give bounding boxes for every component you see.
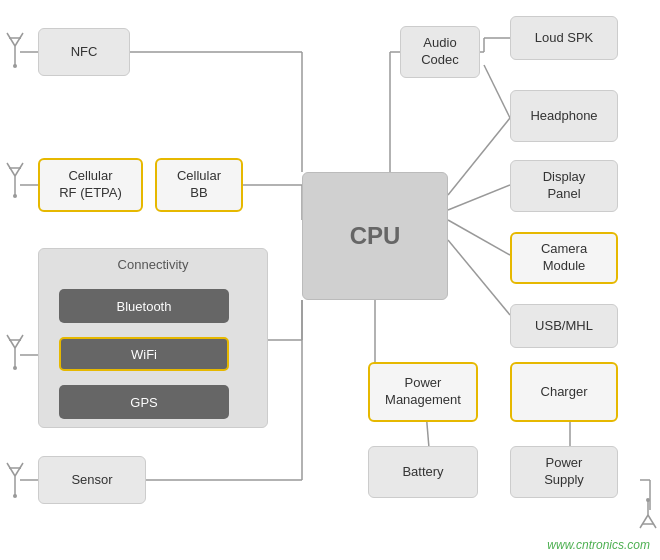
watermark: www.cntronics.com (547, 538, 650, 552)
svg-point-49 (13, 494, 17, 498)
antenna-sensor (5, 458, 25, 498)
battery-box: Battery (368, 446, 478, 498)
antenna-nfc (5, 28, 25, 68)
bluetooth-box: Bluetooth (59, 289, 229, 323)
svg-line-31 (7, 33, 15, 46)
audio-codec-box: AudioCodec (400, 26, 480, 78)
svg-line-46 (7, 463, 15, 476)
svg-line-37 (15, 163, 23, 176)
svg-line-36 (7, 163, 15, 176)
usb-mhl-box: USB/MHL (510, 304, 618, 348)
camera-module-box: CameraModule (510, 232, 618, 284)
cellular-bb-box: CellularBB (155, 158, 243, 212)
power-supply-box: PowerSupply (510, 446, 618, 498)
svg-line-32 (15, 33, 23, 46)
headphone-box: Headphone (510, 90, 618, 142)
nfc-box: NFC (38, 28, 130, 76)
charger-box: Charger (510, 362, 618, 422)
svg-point-54 (646, 498, 650, 502)
connectivity-container: Connectivity Bluetooth WiFi GPS (38, 248, 268, 428)
svg-line-28 (448, 118, 510, 195)
antenna-power-supply (638, 495, 658, 535)
cpu-box: CPU (302, 172, 448, 300)
antenna-wifi (5, 330, 25, 370)
sensor-box: Sensor (38, 456, 146, 504)
svg-line-51 (640, 515, 648, 528)
svg-line-14 (448, 220, 510, 255)
power-management-box: PowerManagement (368, 362, 478, 422)
connectivity-label: Connectivity (39, 257, 267, 272)
svg-point-34 (13, 64, 17, 68)
svg-line-52 (648, 515, 656, 528)
diagram: NFC AudioCodec Loud SPK Headphone Cellul… (0, 0, 660, 560)
svg-line-15 (448, 240, 510, 315)
svg-line-47 (15, 463, 23, 476)
wifi-box: WiFi (59, 337, 229, 371)
svg-line-10 (484, 65, 510, 118)
svg-line-41 (7, 335, 15, 348)
antenna-cellular (5, 158, 25, 198)
loud-spk-box: Loud SPK (510, 16, 618, 60)
cellular-rf-box: CellularRF (ETPA) (38, 158, 143, 212)
svg-point-39 (13, 194, 17, 198)
svg-line-13 (448, 185, 510, 210)
svg-point-44 (13, 366, 17, 370)
svg-line-42 (15, 335, 23, 348)
display-panel-box: DisplayPanel (510, 160, 618, 212)
gps-box: GPS (59, 385, 229, 419)
